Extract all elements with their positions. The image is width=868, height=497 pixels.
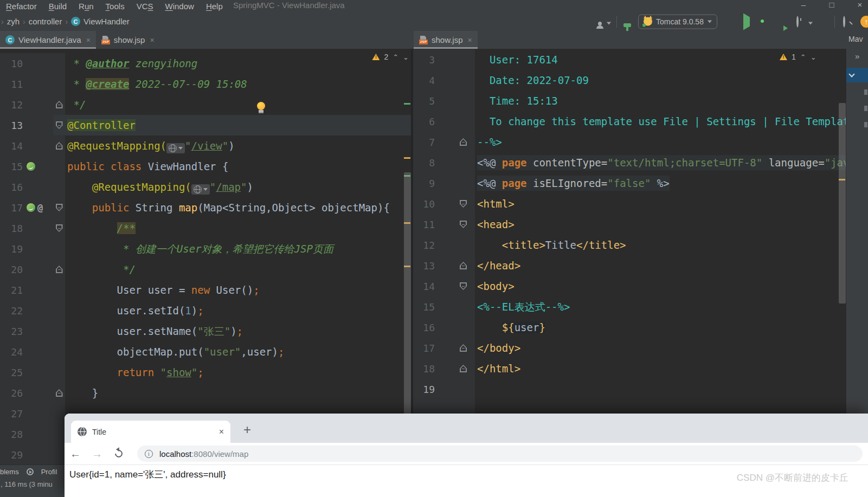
profiler-toolwindow-button[interactable]: Profil <box>41 468 57 476</box>
menu-item-tools[interactable]: Tools <box>100 2 131 11</box>
more-icon[interactable]: » <box>855 51 859 61</box>
intention-bulb-icon[interactable] <box>257 102 265 110</box>
line-number[interactable]: 18 <box>0 223 23 234</box>
code-text[interactable]: Date: 2022-07-09 <box>475 70 846 91</box>
tab-close-icon[interactable]: × <box>468 36 472 44</box>
code-text[interactable]: User user = new User(); <box>65 280 411 300</box>
line-number[interactable]: 15 <box>413 301 435 313</box>
line-number[interactable]: 7 <box>413 137 435 148</box>
editor-pane-java[interactable]: 10 * @author zengyihong11 * @create 2022… <box>0 49 411 464</box>
code-text[interactable]: user.setId(1); <box>65 300 411 321</box>
menu-item-help[interactable]: Help <box>200 2 229 11</box>
code-text[interactable]: * 创建一个User对象，希望把它传给JSP页面 <box>65 238 411 259</box>
url-globe-icon[interactable] <box>166 143 185 153</box>
tab-close-icon[interactable]: × <box>150 36 154 44</box>
code-text[interactable]: */ <box>65 259 411 280</box>
code-text[interactable]: public String map(Map<String,Object> obj… <box>65 197 411 218</box>
stripe-mark-yellow[interactable] <box>404 157 410 159</box>
code-text[interactable]: <%--EL表达式--%> <box>475 296 846 317</box>
reload-button[interactable] <box>113 448 124 459</box>
line-number[interactable]: 22 <box>0 305 23 317</box>
code-text[interactable]: return "show"; <box>65 362 411 383</box>
spring-bean-icon[interactable] <box>27 162 35 171</box>
code-text[interactable]: user.setName("张三"); <box>65 321 411 341</box>
line-number[interactable]: 14 <box>413 281 435 292</box>
breadcrumb-item-viewhandler[interactable]: ViewHandler <box>83 17 130 26</box>
fold-marker[interactable] <box>56 142 63 150</box>
prev-warning-icon[interactable]: ⌃ <box>800 53 806 61</box>
close-icon[interactable]: × <box>855 0 865 9</box>
code-text[interactable] <box>475 379 846 399</box>
code-text[interactable]: --%> <box>475 132 846 152</box>
fold-marker[interactable] <box>56 101 63 108</box>
fold-marker[interactable] <box>56 204 63 211</box>
code-text[interactable]: </html> <box>475 358 846 379</box>
profiler-dropdown-icon[interactable] <box>808 17 813 26</box>
url-globe-icon[interactable] <box>191 184 210 195</box>
code-text[interactable]: /** <box>65 218 411 238</box>
code-text[interactable]: * @author zengyihong <box>65 53 411 74</box>
annotation-gutter-icon[interactable]: @ <box>37 202 43 213</box>
forward-button[interactable]: → <box>86 448 108 460</box>
fold-marker[interactable] <box>460 282 467 290</box>
run-button[interactable] <box>743 17 750 26</box>
code-text[interactable]: <%@ page contentType="text/html;charset=… <box>475 152 846 173</box>
menu-item-window[interactable]: Window <box>159 2 200 11</box>
next-warning-icon[interactable]: ⌄ <box>811 53 816 61</box>
line-number[interactable]: 20 <box>0 264 23 275</box>
menu-item-run[interactable]: Run <box>73 2 100 11</box>
line-number[interactable]: 8 <box>413 157 435 169</box>
line-number[interactable]: 11 <box>0 79 23 90</box>
line-number[interactable]: 19 <box>0 243 23 255</box>
user-dropdown-icon[interactable] <box>607 17 611 26</box>
code-text[interactable]: <%@ page isELIgnored="false" %> <box>475 173 846 193</box>
scrollbar-thumb[interactable] <box>839 103 846 304</box>
profiler-toolwindow-icon[interactable] <box>27 468 34 475</box>
fold-marker[interactable] <box>56 121 63 129</box>
fold-marker[interactable] <box>56 266 63 273</box>
code-text[interactable]: public class ViewHandler { <box>65 156 411 177</box>
line-number[interactable]: 4 <box>413 75 435 86</box>
line-number[interactable]: 16 <box>0 182 23 193</box>
line-number[interactable]: 10 <box>0 58 23 69</box>
line-number[interactable]: 5 <box>413 95 435 107</box>
code-text[interactable]: */ <box>65 94 411 115</box>
line-number[interactable]: 17 <box>413 343 435 354</box>
menu-item-vcs[interactable]: VCS <box>131 2 159 11</box>
breadcrumb-item-zyh[interactable]: zyh <box>7 17 20 26</box>
search-everywhere-icon[interactable] <box>843 17 845 26</box>
line-number[interactable]: 27 <box>0 408 23 419</box>
fold-marker[interactable] <box>460 262 467 269</box>
line-number[interactable]: 15 <box>0 161 23 172</box>
code-text[interactable]: To change this template use File | Setti… <box>475 111 846 132</box>
code-text[interactable]: </head> <box>475 255 846 276</box>
fold-marker[interactable] <box>460 365 467 372</box>
address-bar[interactable]: i localhost:8080/view/map <box>137 446 863 462</box>
menu-item-build[interactable]: Build <box>43 2 73 11</box>
code-text[interactable]: @RequestMapping("/map") <box>65 177 411 197</box>
editor-tab-viewhandler.java[interactable]: CViewHandler.java× <box>0 31 96 49</box>
run-configuration-select[interactable]: Tomcat 9.0.58 <box>638 14 717 29</box>
line-number[interactable]: 13 <box>413 260 435 272</box>
back-button[interactable]: ← <box>65 448 86 460</box>
tab-close-icon[interactable]: × <box>86 36 91 44</box>
line-number[interactable]: 23 <box>0 326 23 337</box>
browser-tab[interactable]: Title × <box>71 421 230 443</box>
fold-marker[interactable] <box>56 389 63 397</box>
line-number[interactable]: 28 <box>0 429 23 440</box>
code-text[interactable]: * @create 2022--07--09 15:08 <box>65 74 411 94</box>
line-number[interactable]: 12 <box>0 99 23 111</box>
spring-bean-icon[interactable] <box>27 203 35 212</box>
line-number[interactable]: 12 <box>413 240 435 251</box>
fold-marker[interactable] <box>460 344 467 352</box>
problems-toolwindow-button[interactable]: blems <box>0 468 19 476</box>
editor-tab-show.jsp[interactable]: JSPshow.jsp× <box>96 31 160 49</box>
code-text[interactable]: <html> <box>475 193 846 214</box>
fold-marker[interactable] <box>460 221 467 228</box>
line-number[interactable]: 11 <box>413 219 435 230</box>
line-number[interactable]: 3 <box>413 54 435 66</box>
code-text[interactable]: @RequestMapping("/view") <box>65 135 411 156</box>
line-number[interactable]: 9 <box>413 178 435 189</box>
code-text[interactable]: ${user} <box>475 317 846 338</box>
line-number[interactable]: 10 <box>413 198 435 210</box>
